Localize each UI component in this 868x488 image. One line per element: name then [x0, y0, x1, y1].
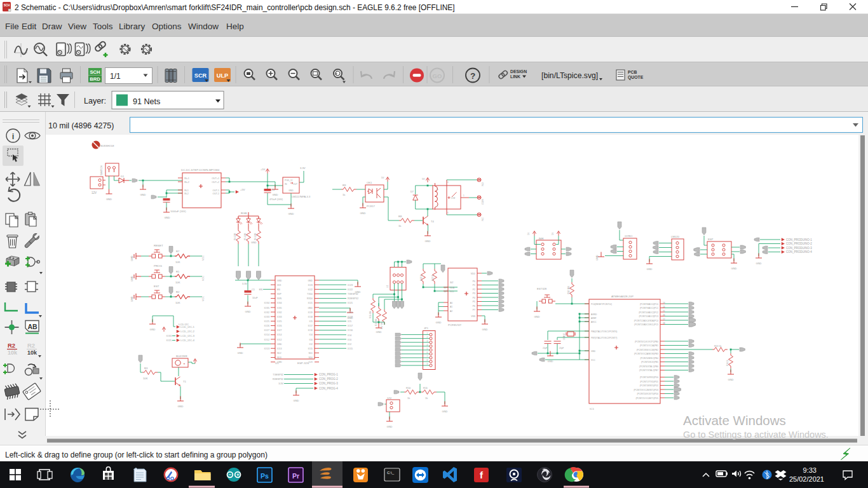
svg-text:R8: R8: [398, 215, 402, 218]
svg-text:IO14: IO14: [277, 334, 281, 336]
svg-text:Options: Options: [152, 22, 182, 31]
svg-text:NO: NO: [482, 182, 484, 186]
svg-text:R12 10K: R12 10K: [567, 285, 570, 294]
svg-text:IO12: IO12: [264, 339, 269, 341]
svg-text:GND: GND: [482, 328, 488, 331]
svg-text:GND: GND: [647, 268, 653, 271]
svg-text:22pF: 22pF: [559, 347, 564, 349]
svg-text:25/02/2021: 25/02/2021: [789, 475, 824, 483]
svg-text:ESP: ESP: [708, 238, 714, 241]
svg-text:(PCINT8/ADC0)PC0: (PCINT8/ADC0)PC0: [640, 303, 658, 306]
svg-text:3V3: 3V3: [277, 284, 281, 287]
svg-text:IO27: IO27: [264, 329, 269, 332]
svg-text:GND: GND: [106, 198, 112, 201]
svg-text:D1: D1: [121, 175, 125, 178]
svg-text:(PCINT4/MISO)PB4: (PCINT4/MISO)PB4: [640, 357, 658, 360]
svg-text:IO33: IO33: [264, 316, 269, 318]
svg-text:TXESP32: TXESP32: [273, 374, 283, 376]
svg-text:GND: GND: [596, 255, 599, 261]
svg-text:(PCINT1/OC1A)PB1: (PCINT1/OC1A)PB1: [640, 344, 658, 347]
svg-text:SD3: SD3: [277, 356, 281, 359]
svg-text:IN+1: IN+1: [184, 177, 189, 180]
svg-text:SCR: SCR: [194, 72, 207, 79]
svg-text:(PCINT17/TXD)PD1: (PCINT17/TXD)PD1: [640, 381, 658, 383]
svg-text:SCL: SCL: [450, 290, 454, 293]
svg-text:3.3V: 3.3V: [278, 383, 283, 385]
svg-text:R2: R2: [176, 290, 180, 294]
svg-text:D7: D7: [410, 191, 414, 193]
svg-text:SVP: SVP: [277, 293, 282, 295]
svg-text:View: View: [68, 22, 86, 31]
svg-text:3.3V: 3.3V: [242, 283, 247, 285]
svg-text:IC1: IC1: [590, 407, 594, 410]
svg-text:R2: R2: [27, 342, 35, 349]
svg-text:(PCINT18/INT0)PD2: (PCINT18/INT0)PD2: [640, 384, 658, 387]
svg-text:IN-1: IN-1: [184, 189, 189, 192]
svg-text:GND: GND: [251, 241, 257, 244]
svg-text:GND: GND: [387, 425, 393, 428]
svg-text:IO5: IO5: [348, 320, 351, 323]
svg-text:(PCINT6/XTAL1)PB6: (PCINT6/XTAL1)PB6: [639, 365, 658, 368]
svg-text:P2: P2: [473, 288, 475, 291]
svg-text:R6 330: R6 330: [254, 233, 257, 240]
svg-text:IO13: IO13: [277, 348, 281, 350]
svg-text:IO15: IO15: [348, 348, 353, 350]
svg-text:LCD_I2C-1: LCD_I2C-1: [180, 325, 195, 329]
svg-text:U1: U1: [386, 285, 389, 288]
svg-text:IO33: IO33: [277, 316, 281, 318]
svg-text:IO23: IO23: [348, 284, 353, 287]
svg-text:IO15: IO15: [308, 348, 313, 350]
svg-text:LCD_I2C-3: LCD_I2C-3: [180, 334, 195, 337]
svg-text:R4 330: R4 330: [234, 233, 236, 240]
svg-text:IO23: IO23: [308, 284, 313, 287]
svg-text:AVCC: AVCC: [591, 321, 597, 323]
svg-text:SD2: SD2: [277, 352, 281, 355]
svg-text:(PCINT5/SCK)PB5: (PCINT5/SCK)PB5: [641, 361, 658, 363]
svg-text:(PCINT19/OC2B/INT1)PD3: (PCINT19/OC2B/INT1)PD3: [634, 389, 658, 391]
svg-text:EN: EN: [259, 288, 263, 291]
svg-text:CON_PRODUINO-2: CON_PRODUINO-2: [786, 242, 812, 245]
svg-text:R7: R7: [176, 250, 180, 253]
svg-text:SWITCH: SWITCH: [100, 165, 103, 175]
svg-text:R9: R9: [342, 184, 346, 187]
svg-text:16MHZ: 16MHZ: [563, 333, 566, 340]
svg-text:JMR: JMR: [538, 237, 544, 240]
svg-text:IO19: IO19: [308, 311, 313, 314]
svg-text:IO26: IO26: [277, 325, 281, 327]
svg-text:IO26: IO26: [264, 325, 269, 327]
svg-text:GND: GND: [308, 280, 313, 282]
svg-text:GND: GND: [277, 343, 282, 346]
svg-text:22pF: 22pF: [543, 347, 547, 349]
svg-text:(PCINT7/XTAL2)PB7: (PCINT7/XTAL2)PB7: [639, 369, 658, 372]
svg-text:RXESP32: RXESP32: [273, 378, 283, 381]
svg-text:CON_PRODUINO-4: CON_PRODUINO-4: [786, 250, 812, 254]
svg-text:IO0: IO0: [348, 339, 351, 341]
svg-text:i: i: [12, 132, 15, 141]
svg-text:AREF: AREF: [591, 317, 597, 320]
svg-text:PCF8574T: PCF8574T: [448, 323, 462, 327]
svg-text:PCB: PCB: [628, 70, 637, 74]
svg-text:Tools: Tools: [93, 22, 113, 31]
svg-text:1+: 1+: [437, 188, 439, 191]
svg-text:12V: 12V: [92, 191, 97, 194]
svg-text:GND: GND: [728, 378, 734, 381]
svg-text:LM020: LM020: [671, 235, 679, 238]
svg-text:(PCINT0/CLKO/ICP1)PB0: (PCINT0/CLKO/ICP1)PB0: [635, 341, 658, 343]
svg-text:IO35: IO35: [264, 307, 269, 309]
svg-text:INT: INT: [450, 281, 453, 284]
svg-text:LINK: LINK: [510, 74, 520, 79]
svg-text:+5V: +5V: [240, 188, 245, 191]
svg-text:27: 27: [663, 318, 665, 321]
svg-text:470uF (16V): 470uF (16V): [269, 198, 283, 201]
svg-text:Pr: Pr: [292, 472, 299, 480]
svg-text:23: 23: [663, 302, 665, 304]
svg-text:GND: GND: [164, 216, 170, 219]
svg-text:26: 26: [663, 314, 665, 316]
svg-text:GND: GND: [294, 399, 299, 402]
svg-text:LCD_I2C-4: LCD_I2C-4: [180, 339, 195, 342]
svg-text:2 Schematic - C:\Users\idrus\D: 2 Schematic - C:\Users\idrus\Dropbox\Amr…: [15, 3, 455, 12]
svg-text:GND: GND: [436, 321, 442, 324]
svg-text:R5 330: R5 330: [244, 233, 247, 240]
svg-text:BUSSHOLE: BUSSHOLE: [100, 144, 114, 147]
svg-text:GND: GND: [272, 193, 278, 196]
